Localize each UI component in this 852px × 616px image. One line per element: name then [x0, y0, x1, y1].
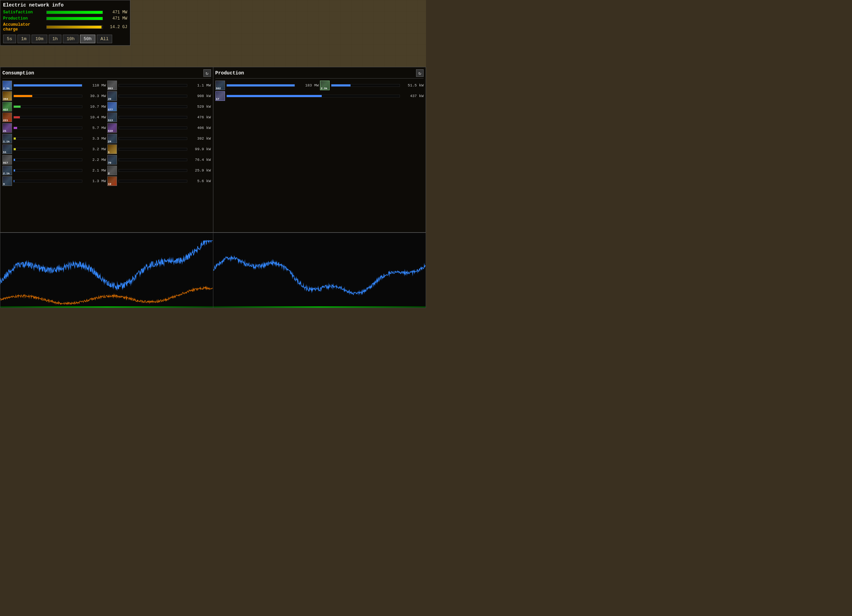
- consumption-bar2-3: [119, 116, 119, 118]
- consumption-icon-4: 21: [2, 123, 12, 133]
- consumption-bar2-9: [119, 180, 119, 182]
- consumption-bar-area-7: [14, 159, 82, 161]
- consumption-bar-7: [14, 159, 15, 161]
- production-chart-canvas: [213, 233, 426, 308]
- consumption-value-7: 2.2 MW: [84, 158, 106, 162]
- consumption-bar2-2: [119, 106, 119, 108]
- consumption-value2-8: 25.9 kW: [189, 168, 211, 172]
- accumulator-row: Accumulator charge 14.2 GJ: [3, 22, 127, 32]
- consumption-panel: Consumption ↻ 2.9k 110 MW 863 1.1 MW 394…: [0, 67, 213, 233]
- consumption-item-4: 21 5.7 MW 518 406 kW: [2, 123, 211, 133]
- consumption-icon-8: 2.1k: [2, 166, 12, 175]
- consumption-refresh-button[interactable]: ↻: [203, 69, 211, 77]
- consumption-icon2-7: 70: [107, 155, 117, 165]
- consumption-bar-2: [14, 106, 21, 108]
- consumption-icon2-9: 19: [107, 176, 117, 186]
- consumption-bar2-area-1: [118, 95, 187, 97]
- production-label: Production: [3, 16, 44, 21]
- consumption-item-2: 422 10.7 MW 577 529 kW: [2, 102, 211, 112]
- consumption-bar-5: [14, 137, 16, 140]
- production-value: 471 MW: [105, 16, 127, 21]
- time-button-10h[interactable]: 10h: [63, 35, 78, 43]
- consumption-bar-area-6: [14, 148, 82, 151]
- consumption-item-8: 2.1k 2.1 MW 2 25.9 kW: [2, 166, 211, 175]
- consumption-header: Consumption ↻: [2, 69, 211, 79]
- consumption-item-7: 917 2.2 MW 70 76.4 kW: [2, 155, 211, 165]
- consumption-value-2: 10.7 MW: [84, 105, 106, 109]
- consumption-bar-3: [14, 116, 20, 118]
- consumption-bar-area-8: [14, 169, 82, 172]
- consumption-icon2-3: 513: [107, 113, 117, 122]
- panels-row: Consumption ↻ 2.9k 110 MW 863 1.1 MW 394…: [0, 67, 426, 233]
- production-chart-bottom-bar: [213, 306, 426, 308]
- consumption-value2-0: 1.1 MW: [189, 83, 211, 88]
- consumption-bar-8: [14, 169, 15, 172]
- production-items-list: 562 183 MW 2.9k 51.5 kW 17 437 kW: [215, 81, 424, 101]
- consumption-value2-5: 392 kW: [189, 136, 211, 140]
- accumulator-label: Accumulator charge: [3, 22, 44, 32]
- production-chart: [213, 233, 426, 308]
- production-bar-area-1: [227, 95, 400, 97]
- consumption-bar2-area-4: [118, 127, 187, 129]
- consumption-icon2-1: 20: [107, 91, 117, 101]
- consumption-value-3: 10.4 MW: [84, 115, 106, 119]
- consumption-icon2-8: 2: [107, 166, 117, 175]
- consumption-value-4: 5.7 MW: [84, 126, 106, 130]
- consumption-bar2-6: [119, 148, 119, 150]
- consumption-item-3: 221 10.4 MW 513 476 kW: [2, 113, 211, 122]
- consumption-value2-7: 76.4 kW: [189, 158, 211, 162]
- production-icon2-0: 2.9k: [320, 81, 329, 90]
- consumption-item-6: 51 3.2 MW 1 99.9 kW: [2, 144, 211, 154]
- consumption-icon-6: 51: [2, 144, 12, 154]
- consumption-bar2-4: [119, 127, 119, 129]
- consumption-bar2-area-5: [118, 137, 187, 140]
- consumption-bar2-0: [119, 85, 119, 86]
- consumption-bar2-area-0: [118, 84, 187, 87]
- consumption-value-8: 2.1 MW: [84, 168, 106, 172]
- production-stat-row: Production 471 MW: [3, 16, 127, 21]
- consumption-bar2-5: [119, 137, 119, 140]
- consumption-bar2-8: [119, 169, 119, 172]
- consumption-icon-9: 9: [2, 176, 12, 186]
- main-content: Consumption ↻ 2.9k 110 MW 863 1.1 MW 394…: [0, 67, 426, 308]
- consumption-bar2-1: [119, 95, 119, 97]
- accumulator-value: 14.2 GJ: [105, 25, 127, 30]
- production-value-0: 183 MW: [296, 83, 319, 88]
- consumption-bar-1: [14, 95, 32, 97]
- accumulator-bar: [47, 26, 101, 29]
- production-bar2-0: [331, 85, 350, 86]
- production-bar-container: [46, 17, 103, 20]
- consumption-bar-area-4: [14, 127, 82, 129]
- consumption-bar-area-0: [14, 84, 82, 87]
- time-buttons-group: 5s1m10m1h10h50hAll: [3, 35, 127, 43]
- consumption-bar-9: [14, 180, 14, 182]
- consumption-chart-bottom-bar: [0, 306, 213, 308]
- consumption-item-5: 1.1k 3.3 MW 24 392 kW: [2, 134, 211, 143]
- charts-row: [0, 233, 426, 308]
- time-button-50h[interactable]: 50h: [80, 35, 95, 43]
- time-button-10m[interactable]: 10m: [32, 35, 47, 43]
- consumption-icon-2: 422: [2, 102, 12, 112]
- satisfaction-bar: [47, 11, 103, 14]
- consumption-value-9: 1.3 MW: [84, 179, 106, 183]
- time-button-All[interactable]: All: [97, 35, 112, 43]
- time-button-1m[interactable]: 1m: [18, 35, 30, 43]
- consumption-bar-area-5: [14, 137, 82, 140]
- time-button-1h[interactable]: 1h: [49, 35, 62, 43]
- consumption-value-0: 110 MW: [84, 83, 106, 88]
- production-bar: [47, 17, 103, 20]
- production-icon-0: 562: [215, 81, 225, 90]
- consumption-bar2-area-3: [118, 116, 187, 119]
- consumption-icon-0: 2.9k: [2, 81, 12, 90]
- consumption-value2-3: 476 kW: [189, 115, 211, 119]
- consumption-item-0: 2.9k 110 MW 863 1.1 MW: [2, 81, 211, 90]
- production-icon-1: 17: [215, 91, 225, 101]
- consumption-value-1: 30.3 MW: [84, 94, 106, 98]
- consumption-value2-1: 908 kW: [189, 94, 211, 98]
- satisfaction-value: 471 MW: [105, 10, 127, 15]
- consumption-bar-area-2: [14, 105, 82, 108]
- consumption-title: Consumption: [2, 70, 34, 76]
- production-refresh-button[interactable]: ↻: [416, 69, 424, 77]
- time-button-5s[interactable]: 5s: [3, 35, 16, 43]
- production-item-0: 562 183 MW 2.9k 51.5 kW: [215, 81, 424, 90]
